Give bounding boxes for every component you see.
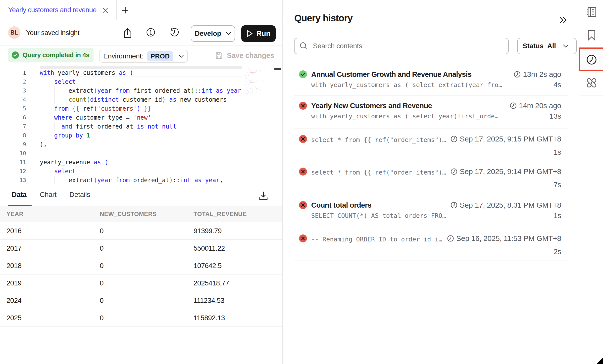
chevron-down-icon	[179, 55, 184, 58]
code-line: where customer_type = 'new'	[40, 113, 151, 122]
table-cell: 2025418.77	[194, 274, 229, 292]
query-status-pill: Query completed in 4s	[8, 48, 94, 62]
table-cell: 0	[100, 292, 103, 309]
table-cell: 107642.5	[194, 257, 222, 274]
success-check-icon	[12, 51, 19, 59]
sidebar-lineage-icon[interactable]	[580, 77, 603, 89]
table-column-header[interactable]: YEAR	[6, 206, 24, 222]
history-item-time: Sep 17, 2025, 9:14 PM GMT+8	[451, 168, 561, 176]
editor-minimap[interactable]: with yearly_customers as ( select extrac…	[242, 65, 274, 184]
history-item-code: select * from {{ ref("order_items")…	[311, 136, 446, 143]
develop-button-label: Develop	[195, 30, 221, 38]
share-icon[interactable]	[123, 28, 132, 38]
status-filter[interactable]: Status All	[517, 38, 577, 54]
table-cell: 115892.13	[194, 309, 225, 327]
table-row[interactable]: 20240111234.53	[0, 292, 282, 309]
query-status-text: Query completed in 4s	[23, 51, 89, 59]
table-row[interactable]: 20170550011.22	[0, 240, 282, 257]
insight-label: Your saved insight	[26, 20, 79, 46]
sql-editor[interactable]: 12345678910111213 with yearly_customers …	[0, 65, 282, 184]
scrollbar-thumb[interactable]	[274, 68, 281, 70]
line-number: 3	[0, 86, 26, 95]
line-number: 2	[0, 77, 26, 86]
history-item[interactable]: select * from {{ ref("order_items")… Sep…	[294, 129, 568, 161]
tab-active-title[interactable]: Yearly customers and revenue	[8, 0, 97, 20]
table-cell: 2019	[6, 274, 21, 292]
sidebar-history-clock-icon[interactable]	[580, 54, 603, 65]
version-history-icon[interactable]	[170, 28, 179, 37]
search-icon	[300, 42, 308, 50]
clock-icon	[451, 168, 457, 175]
develop-button[interactable]: Develop	[191, 25, 235, 42]
table-cell: 0	[100, 309, 103, 327]
history-status-icon	[299, 234, 307, 242]
table-cell: 0	[100, 257, 103, 274]
history-item-code: SELECT COUNT(*) AS total_orders FRO…	[311, 212, 446, 219]
line-number: 13	[0, 176, 26, 184]
line-number: 12	[0, 167, 26, 176]
sidebar-notebook-icon[interactable]	[580, 6, 603, 17]
code-line: select	[40, 77, 76, 86]
run-button-label: Run	[256, 30, 270, 38]
history-item[interactable]: Annual Customer Growth and Revenue Analy…	[294, 64, 568, 95]
table-row[interactable]: 20180107642.5	[0, 257, 282, 274]
history-item-time: 13m 2s ago	[514, 70, 561, 78]
history-item[interactable]: Yearly New Customers and Revenuewith yea…	[294, 95, 568, 129]
table-row[interactable]: 2016091399.79	[0, 222, 282, 240]
environment-select[interactable]: Environment: PROD	[99, 50, 188, 63]
save-icon	[216, 52, 222, 59]
results-tab-chart[interactable]: Chart	[36, 184, 60, 205]
history-item-duration: 2s	[553, 248, 561, 256]
query-history-list: Annual Customer Growth and Revenue Analy…	[294, 64, 568, 261]
run-button[interactable]: Run	[241, 25, 276, 42]
clock-icon	[447, 235, 454, 242]
line-number: 5	[0, 104, 26, 113]
history-item-duration: 13s	[550, 112, 561, 120]
line-number: 11	[0, 158, 26, 167]
tab-close-icon[interactable]	[102, 7, 109, 14]
history-item-duration: 1s	[553, 148, 561, 156]
history-item-duration: 4s	[553, 81, 561, 89]
table-cell: 2018	[6, 257, 21, 274]
chevron-down-icon	[563, 44, 569, 48]
avatar[interactable]: BL	[8, 26, 20, 39]
collapse-panel-icon[interactable]	[559, 16, 567, 24]
table-column-header[interactable]: NEW_CUSTOMERS	[100, 206, 157, 222]
history-item-code: select * from {{ ref("order_items")…	[311, 169, 446, 176]
table-column-header[interactable]: TOTAL_REVENUE	[194, 206, 247, 222]
code-line: and first_ordered_at is not null	[40, 122, 176, 131]
history-item-code: -- Renaming ORDER_ID to order_id i…	[311, 236, 442, 243]
history-item[interactable]: Count total ordersSELECT COUNT(*) AS tot…	[294, 195, 568, 228]
history-item-duration: 7s	[553, 181, 561, 189]
history-item-title: Yearly New Customers and Revenue	[311, 102, 432, 110]
table-cell: 0	[100, 222, 103, 240]
info-icon[interactable]	[146, 28, 155, 37]
line-number: 7	[0, 122, 26, 131]
history-item-duration: 1s	[553, 212, 561, 220]
results-tab-data[interactable]: Data	[8, 184, 31, 205]
scrollbar-track	[274, 65, 274, 184]
history-item[interactable]: select * from {{ ref("order_items")… Sep…	[294, 161, 568, 195]
code-line: select	[40, 167, 76, 176]
line-number: 6	[0, 113, 26, 122]
download-icon[interactable]	[258, 191, 268, 201]
table-row[interactable]: 20250115892.13	[0, 309, 282, 327]
sidebar-bookmark-icon[interactable]	[580, 30, 603, 41]
line-number: 8	[0, 131, 26, 140]
save-changes-button[interactable]: Save changes	[216, 46, 274, 65]
sidebar-separator	[580, 95, 603, 95]
clock-icon	[451, 136, 457, 142]
search-input[interactable]	[312, 42, 488, 50]
right-sidebar	[580, 0, 603, 364]
line-number: 9	[0, 140, 26, 149]
code-line: yearly_revenue as (	[40, 158, 108, 167]
new-tab-button[interactable]	[121, 6, 129, 14]
clock-icon	[514, 71, 520, 78]
results-tab-details[interactable]: Details	[65, 184, 94, 205]
line-number: 1	[0, 68, 26, 77]
table-row[interactable]: 201902025418.77	[0, 274, 282, 292]
code-line: count(distinct customer_id) as new_custo…	[40, 95, 227, 104]
history-item-time: Sep 17, 2025, 8:31 PM GMT+8	[451, 201, 561, 209]
clock-icon	[510, 102, 516, 109]
history-item[interactable]: -- Renaming ORDER_ID to order_id i… Sep …	[294, 228, 568, 261]
